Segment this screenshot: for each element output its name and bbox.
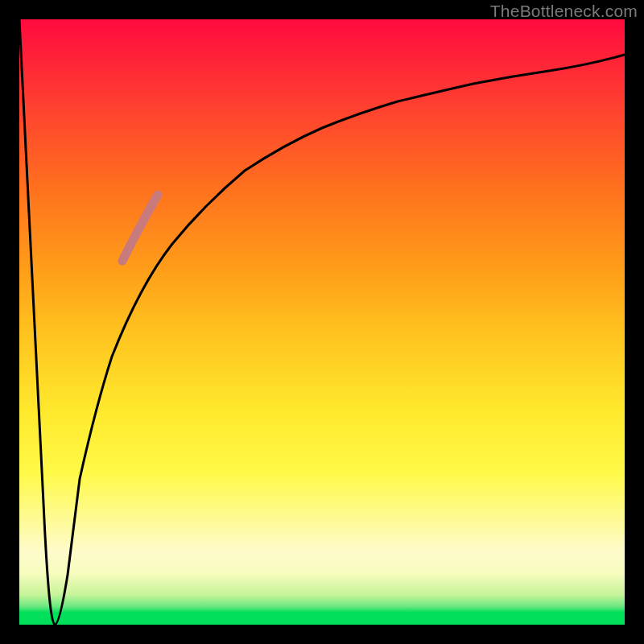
attribution-text: TheBottleneck.com xyxy=(490,2,638,21)
chart-frame: TheBottleneck.com xyxy=(0,0,644,644)
curve-layer xyxy=(19,19,625,625)
bottleneck-curve xyxy=(19,19,625,625)
highlight-segment xyxy=(122,195,158,261)
plot-area xyxy=(19,19,625,625)
